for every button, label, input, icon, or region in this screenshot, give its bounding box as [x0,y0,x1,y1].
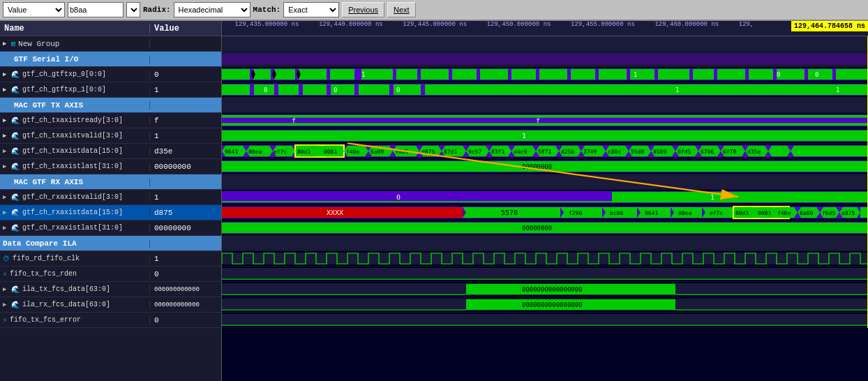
expand-arrow[interactable]: ▶ [3,147,10,155]
signal-row-fifo-error[interactable]: ⚡ fifo_tx_fcs_error 0 [0,313,221,328]
signal-row-rxvalid[interactable]: ▶ 🌊 gtf_ch_rxaxistvalid[3:0] 1 [0,190,221,205]
signal-name-rxlast: ▶ 🌊 gtf_ch_rxaxistlast[31:0] [0,224,150,232]
svg-rect-33 [250,84,254,95]
wave-row-serial-io [222,52,868,67]
signal-row-gtftxp0[interactable]: ▶ 🌊 gtf_ch_gtftxp_0[0:0] 0 [0,67,221,82]
radix-select[interactable] [126,2,140,17]
signal-row-txvalid[interactable]: ▶ 🌊 gtf_ch_txaxistvalid[3:0] 1 [0,128,221,144]
expand-arrow[interactable]: ▶ [3,117,10,124]
svg-rect-11 [480,69,508,80]
signal-row-gtf-serial-io[interactable]: GTF Serial I/O [0,52,221,67]
expand-arrow[interactable]: ▶ [3,301,10,308]
signal-label: gtf_ch_rxaxistdata[15:0] [22,209,123,216]
expand-arrow[interactable]: ▶ [3,163,10,170]
svg-text:1: 1 [710,194,714,202]
signal-list-panel: Name Value ▶ ⊞ New Group GTF Serial I/O … [0,21,222,381]
svg-text:8fd5: 8fd5 [678,149,691,155]
wire-icon: ⚡ [3,316,7,324]
expand-arrow[interactable]: ▶ [3,132,10,140]
wave-row-rxvalid: 0 1 [222,190,868,205]
svg-marker-104 [791,146,868,156]
time-marker-4: 129,450.000000 ns [487,21,551,28]
signal-label: gtf_ch_txaxistready[3:0] [22,117,123,124]
signal-label: MAC GTF RX AXIS [14,178,83,186]
signal-row-rxdata[interactable]: ▶ 🌊 gtf_ch_rxaxistdata[15:0] d875 [0,205,221,221]
signal-value-rxlast: 00000000 [150,224,191,232]
signal-row-mac-rx[interactable]: MAC GTF RX AXIS [0,174,221,190]
svg-rect-153 [222,268,868,280]
svg-rect-9 [421,69,449,80]
svg-text:80d1: 80d1 [735,210,749,216]
waveform-panel[interactable]: 129,464.784658 ns 129,435.000000 ns 129,… [222,21,868,381]
svg-text:3749: 3749 [583,149,597,155]
waveform-display[interactable]: 1 1 0 0 [222,36,868,328]
signal-row-new-group[interactable]: ▶ ⊞ New Group [0,36,221,52]
svg-marker-103 [768,146,791,156]
expand-arrow[interactable]: ▶ [3,224,10,232]
signal-name-txready: ▶ 🌊 gtf_ch_txaxistready[3:0] [0,117,150,125]
svg-text:0081: 0081 [758,210,772,216]
signal-row-ila-tx-data[interactable]: ▶ 🌊 ila_tx_fcs_data[63:0] 000000000000 [0,282,221,297]
match-label: Match: [253,6,281,14]
signal-row-mac-tx[interactable]: MAC GTF TX AXIS [0,98,221,113]
time-marker-5: 129,455.000000 ns [571,21,635,28]
wave-icon: 🌊 [11,132,20,140]
signal-value-rxvalid: 1 [150,193,159,202]
signal-label: Data Compare ILA [3,239,77,248]
next-button[interactable]: Next [387,2,416,17]
expand-arrow[interactable]: ▶ [3,70,10,78]
wave-row-gtftxp1: 0 0 0 1 1 [222,82,868,98]
expand-arrow[interactable]: ▶ [3,86,10,94]
svg-rect-22 [808,69,832,80]
signal-row-ila[interactable]: Data Compare ILA [0,236,221,251]
signal-row-txready[interactable]: ▶ 🌊 gtf_ch_txaxistready[3:0] f [0,113,221,128]
svg-rect-2 [222,69,250,80]
signal-label: gtf_ch_txaxistdata[15:0] [22,147,123,155]
svg-rect-7 [361,69,393,80]
svg-text:0: 0 [815,72,818,79]
svg-text:6a00: 6a00 [371,149,384,155]
svg-text:5578: 5578 [501,209,518,217]
match-select[interactable]: Exact Contains [283,2,339,17]
signal-label: gtf_ch_gtftxp_1[0:0] [22,86,106,94]
timestamp-bar: 129,464.784658 ns 129,435.000000 ns 129,… [222,21,868,36]
svg-text:00000000: 00000000 [522,225,552,232]
signal-label: New Group [18,40,59,48]
expand-arrow[interactable]: ▶ [3,40,10,47]
signal-row-txdata[interactable]: ▶ 🌊 gtf_ch_txaxistdata[15:0] d35e [0,144,221,159]
signal-row-gtftxp1[interactable]: ▶ 🌊 gtf_ch_gtftxp_1[0:0] 1 [0,82,221,98]
wave-icon: 🌊 [11,86,20,94]
signal-value-txdata: d35e [150,147,172,156]
signal-row-ila-rx-data[interactable]: ▶ 🌊 ila_rx_fcs_data[63:0] 000000000000 [0,297,221,313]
signal-label: fifo_tx_fcs_rden [10,270,77,278]
expand-arrow[interactable]: ▶ [3,193,10,201]
signal-row-rxlast[interactable]: ▶ 🌊 gtf_ch_rxaxistlast[31:0] 00000000 [0,221,221,236]
search-type-select[interactable]: Value Signal Name [3,2,65,17]
signal-name-gtftxp0: ▶ 🌊 gtf_ch_gtftxp_0[0:0] [0,70,150,79]
search-value-input[interactable] [68,2,124,17]
svg-rect-6 [330,69,354,80]
signal-name-ila: Data Compare ILA [0,239,150,248]
signal-row-txlast[interactable]: ▶ 🌊 gtf_ch_txaxistlast[31:0] 00000000 [0,159,221,174]
expand-arrow[interactable]: ▶ [3,285,10,293]
previous-button[interactable]: Previous [342,2,384,17]
wave-row-fifo-error [222,313,868,328]
signal-value-txready: f [150,117,159,125]
radix-value-select[interactable]: Hexadecimal Binary Decimal [174,2,250,17]
svg-text:f6d5: f6d5 [822,210,836,216]
radix-label: Radix: [143,6,171,14]
svg-rect-165 [222,314,868,326]
signal-row-fifo-clk[interactable]: ⏱ fifo_rd_fifo_clk 1 [0,251,221,267]
svg-text:0: 0 [396,194,401,202]
cursor-time-display: 129,464.784658 ns [791,21,868,31]
expand-arrow[interactable]: ▶ [3,209,10,216]
svg-text:d4c9: d4c9 [514,149,527,155]
wave-icon: 🌊 [11,163,20,171]
svg-rect-152 [222,253,868,264]
main-area: Name Value ▶ ⊞ New Group GTF Serial I/O … [0,21,868,381]
signal-row-fifo-rden[interactable]: ⚡ fifo_tx_fcs_rden 0 [0,267,221,282]
signal-label: ila_tx_fcs_data[63:0] [22,285,110,293]
signal-value-gtftxp1: 1 [150,86,159,94]
wave-row-mac-tx [222,98,868,113]
wave-row-ila-tx: 0000000000000000 [222,282,868,297]
